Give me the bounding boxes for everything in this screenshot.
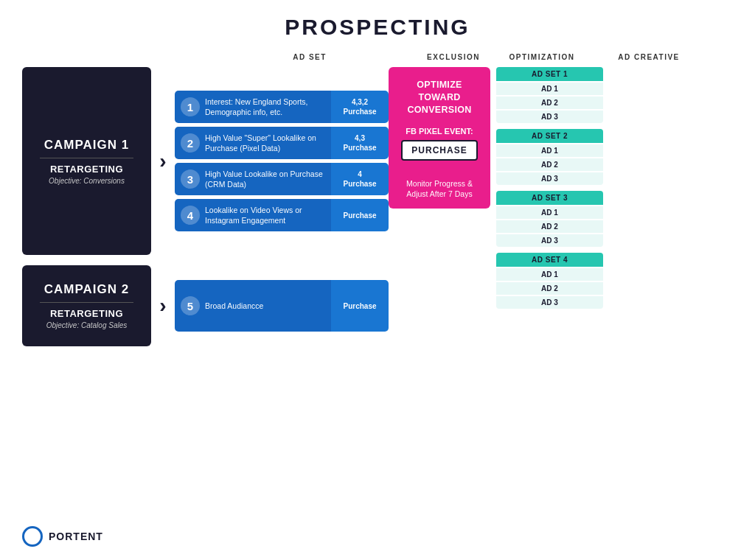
ad-item-2-3: AD 3 (496, 172, 603, 185)
adsets-list-2: 5Broad AudianccePurchase (175, 280, 389, 332)
portent-logo-icon (22, 526, 43, 547)
arrow-1: › (151, 150, 175, 173)
exclusion-box-1-3: 4 Purchase (331, 163, 389, 195)
page-title: PROSPECTING (22, 15, 733, 40)
campaign-box-2: CAMPAIGN 2RETARGETINGObjective: Catalog … (22, 265, 151, 346)
adset-number-1-1: 1 (181, 97, 200, 116)
portent-logo-text: PORTENT (49, 531, 103, 542)
adset-blue-1-4: 4Lookalike on Video Views or Instagram E… (175, 199, 331, 231)
adset-text-2-1: Broad Audiancce (205, 301, 263, 311)
campaign-divider (40, 302, 133, 303)
creative-group-2: AD SET 2AD 1AD 2AD 3 (496, 129, 603, 185)
column-headers: AD SET EXCLUSION OPTIMIZATION AD CREATIV… (203, 53, 733, 61)
adset-blue-1-2: 2High Value "Super" Lookalike on Purchas… (175, 127, 331, 159)
ad-item-3-3: AD 3 (496, 234, 603, 247)
purchase-box: PURCHASE (401, 140, 477, 161)
creative-group-3: AD SET 3AD 1AD 2AD 3 (496, 191, 603, 247)
adset-row-1-1: 1Interest: New England Sports, Demograph… (175, 91, 389, 123)
arrow-2: › (151, 294, 175, 318)
ad-item-2-1: AD 1 (496, 144, 603, 157)
creative-group-4: AD SET 4AD 1AD 2AD 3 (496, 253, 603, 309)
adsets-list-1: 1Interest: New England Sports, Demograph… (175, 91, 389, 231)
col-header-creative: AD CREATIVE (594, 53, 704, 61)
adset-text-1-1: Interest: New England Sports, Demographi… (205, 97, 325, 117)
adset-blue-2-1: 5Broad Audiancce (175, 280, 331, 332)
campaign-box-1: CAMPAIGN 1RETARGETINGObjective: Conversi… (22, 67, 151, 255)
adset-number-1-2: 2 (181, 133, 200, 153)
creative-group-header-3: AD SET 3 (496, 191, 603, 205)
ad-item-3-1: AD 1 (496, 206, 603, 219)
optimization-title: OPTIMIZE TOWARD CONVERSION (396, 79, 483, 116)
creative-column: AD SET 1AD 1AD 2AD 3AD SET 2AD 1AD 2AD 3… (496, 67, 603, 309)
exclusion-box-1-2: 4,3 Purchase (331, 127, 389, 159)
ad-item-4-2: AD 2 (496, 282, 603, 295)
ad-item-4-1: AD 1 (496, 268, 603, 281)
retargeting-label-1: RETARGETING (50, 164, 123, 175)
page: PROSPECTING AD SET EXCLUSION OPTIMIZATIO… (0, 0, 755, 560)
col-header-optimization: OPTIMIZATION (490, 53, 594, 61)
exclusion-box-2-1: Purchase (331, 280, 389, 332)
exclusion-box-1-1: 4,3,2 Purchase (331, 91, 389, 123)
adset-number-1-3: 3 (181, 169, 200, 189)
creative-group-header-2: AD SET 2 (496, 129, 603, 143)
adset-row-1-4: 4Lookalike on Video Views or Instagram E… (175, 199, 389, 231)
ad-item-1-2: AD 2 (496, 97, 603, 109)
campaign-row-2: CAMPAIGN 2RETARGETINGObjective: Catalog … (22, 265, 389, 346)
exclusion-box-1-4: Purchase (331, 199, 389, 231)
creative-group-header-4: AD SET 4 (496, 253, 603, 267)
optimization-pink-box: OPTIMIZE TOWARD CONVERSIONFB PIXEL EVENT… (389, 67, 490, 209)
col-header-exclusion: EXCLUSION (417, 53, 490, 61)
ad-item-1-1: AD 1 (496, 83, 603, 95)
ad-item-4-3: AD 3 (496, 296, 603, 309)
adset-row-1-3: 3High Value Lookalike on Purchase (CRM D… (175, 163, 389, 195)
adset-row-1-2: 2High Value "Super" Lookalike on Purchas… (175, 127, 389, 159)
optimization-column: OPTIMIZE TOWARD CONVERSIONFB PIXEL EVENT… (389, 67, 490, 209)
creative-group-1: AD SET 1AD 1AD 2AD 3 (496, 67, 603, 123)
retargeting-label-2: RETARGETING (50, 308, 123, 319)
diagram: CAMPAIGN 1RETARGETINGObjective: Conversi… (22, 67, 733, 346)
campaign-divider (40, 158, 133, 158)
adset-text-1-3: High Value Lookalike on Purchase (CRM Da… (205, 169, 325, 189)
campaigns-column: CAMPAIGN 1RETARGETINGObjective: Conversi… (22, 67, 389, 346)
fb-pixel-label: FB PIXEL EVENT: (406, 127, 473, 136)
adset-number-1-4: 4 (181, 206, 200, 225)
adset-text-1-4: Lookalike on Video Views or Instagram En… (205, 205, 325, 225)
campaign-row-1: CAMPAIGN 1RETARGETINGObjective: Conversi… (22, 67, 389, 255)
outer-flex: CAMPAIGN 1RETARGETINGObjective: Conversi… (22, 67, 733, 346)
adset-blue-1-3: 3High Value Lookalike on Purchase (CRM D… (175, 163, 331, 195)
campaign-label-2: CAMPAIGN 2 (38, 282, 135, 297)
creative-group-header-1: AD SET 1 (496, 67, 603, 81)
adset-blue-1-1: 1Interest: New England Sports, Demograph… (175, 91, 331, 123)
adset-row-2-1: 5Broad AudianccePurchase (175, 280, 389, 332)
monitor-text: Monitor Progress & Adjust After 7 Days (403, 178, 476, 200)
ad-item-2-2: AD 2 (496, 158, 603, 171)
objective-label-1: Objective: Conversions (49, 177, 125, 185)
ad-item-3-2: AD 2 (496, 220, 603, 233)
campaign-label-1: CAMPAIGN 1 (38, 138, 135, 153)
adset-text-1-2: High Value "Super" Lookalike on Purchase… (205, 133, 325, 153)
footer: PORTENT (22, 526, 103, 547)
objective-label-2: Objective: Catalog Sales (46, 321, 128, 329)
adset-number-2-1: 5 (181, 296, 200, 315)
ad-item-1-3: AD 3 (496, 111, 603, 123)
col-header-adset: AD SET (203, 53, 417, 61)
